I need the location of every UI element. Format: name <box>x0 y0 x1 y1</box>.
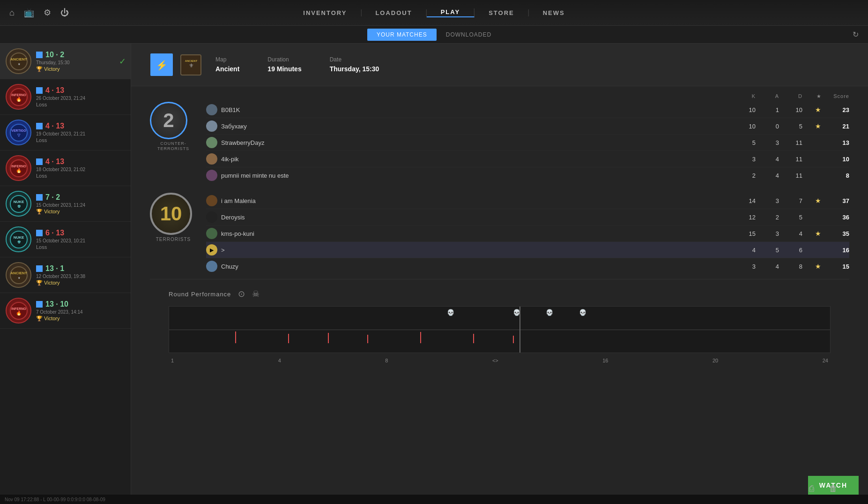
power-icon[interactable]: ⏻ <box>60 8 69 18</box>
player-name-cell: Chuzy <box>206 261 732 272</box>
player-star: ★ <box>802 262 821 271</box>
tab-downloaded[interactable]: DOWNLOADED <box>437 29 501 41</box>
player-row[interactable]: B0B1K 10 1 10 ★ 23 <box>206 102 849 118</box>
player-a: 1 <box>756 106 779 113</box>
player-k: 2 <box>732 172 756 179</box>
nav-inventory[interactable]: INVENTORY <box>289 9 361 16</box>
player-row[interactable]: Chuzy 3 4 8 ★ 15 <box>206 258 849 274</box>
player-row[interactable]: 4ik-pik 3 4 11 10 <box>206 151 849 167</box>
nav-play[interactable]: PLAY <box>427 8 475 17</box>
player-a: 5 <box>756 247 779 254</box>
svg-point-15 <box>10 231 27 248</box>
check-mark: ✓ <box>119 56 126 67</box>
match-header: ⚡ ANCIENT ⚜ Map Ancient Duration <box>131 44 868 86</box>
player-avatar <box>206 228 217 239</box>
player-a: 4 <box>756 156 779 163</box>
player-d: 11 <box>779 156 802 163</box>
match-result: Loss <box>36 137 125 143</box>
match-result: 🏆 Victory <box>36 209 125 215</box>
match-info: 4 · 13 19 October 2023, 21:21 Loss <box>36 122 125 143</box>
match-date: Thursday, 15:30 <box>36 60 125 65</box>
player-row[interactable]: StrawberryDayz 5 3 11 13 <box>206 135 849 151</box>
match-info: 7 · 2 15 October 2023, 11:24 🏆 Victory <box>36 193 125 215</box>
player-score: 15 <box>821 263 849 270</box>
t-team-label: TERRORISTS <box>150 237 197 242</box>
round-bar <box>288 334 289 343</box>
nav-store[interactable]: STORE <box>475 9 529 16</box>
refresh-icon[interactable]: ↻ <box>853 30 859 39</box>
ct-filter-icon[interactable]: ⊙ <box>238 289 245 299</box>
match-result: 🏆 Victory <box>36 280 125 286</box>
svg-text:🔥: 🔥 <box>16 167 22 173</box>
score-badge <box>36 87 43 94</box>
map-icon-inferno: INFERNO 🔥 <box>6 155 31 181</box>
player-row[interactable]: Забухаку 10 0 5 ★ 21 <box>206 118 849 135</box>
match-logo-area: ⚡ ANCIENT ⚜ <box>150 53 201 76</box>
round-perf-header: Round Performance ⊙ ☠ <box>169 289 831 299</box>
player-row-highlighted[interactable]: ▶ > 4 5 6 16 <box>206 242 849 258</box>
chart-label-8: 8 <box>385 358 388 363</box>
player-name-cell: i am Malenia <box>206 195 732 206</box>
delete-button[interactable]: 🗑 <box>829 484 838 494</box>
player-row[interactable]: Deroysis 12 2 5 36 <box>206 209 849 226</box>
player-k: 10 <box>732 106 756 113</box>
score-text: 7 · 2 <box>45 193 60 202</box>
date-label: Date <box>330 56 379 63</box>
player-k: 10 <box>732 123 756 130</box>
map-icon-nuke: NUKE ☢ <box>6 191 31 217</box>
ct-score-container: 2 COUNTER-TERRORISTS <box>150 102 197 151</box>
round-bar <box>367 335 368 343</box>
match-item[interactable]: ANCIENT ⚜ 10 · 2 Thursday, 15:30 🏆 Victo… <box>0 44 131 79</box>
player-row[interactable]: kms-po-kuni 15 3 4 ★ 35 <box>206 226 849 242</box>
svg-text:ANCIENT: ANCIENT <box>10 57 27 61</box>
match-item[interactable]: ANCIENT ⚜ 13 · 1 12 October 2023, 19:38 … <box>0 257 131 293</box>
match-item[interactable]: INFERNO 🔥 13 · 10 7 October 2023, 14:14 … <box>0 293 131 329</box>
tv-icon[interactable]: 📺 <box>24 8 34 18</box>
skull-filter-icon[interactable]: ☠ <box>252 289 260 299</box>
map-icon-nuke: NUKE ☢ <box>6 226 31 252</box>
teams-area: K A D ★ Score 2 COUNTER-TERRORISTS <box>131 86 868 380</box>
round-bar <box>473 334 474 343</box>
player-d: 5 <box>779 214 802 221</box>
t-score-circle: 10 <box>150 193 192 235</box>
player-star: ★ <box>802 229 821 238</box>
svg-text:🔥: 🔥 <box>16 96 22 102</box>
match-item[interactable]: NUKE ☢ 6 · 13 15 October 2023, 10:21 Los… <box>0 222 131 257</box>
nav-loadout[interactable]: LOADOUT <box>361 9 426 16</box>
sub-nav: YOUR MATCHES DOWNLOADED ↻ <box>0 26 868 44</box>
map-icon-vertigo: VERTIGO ▽ <box>6 120 31 145</box>
share-button[interactable]: ⎙ <box>809 484 814 494</box>
meta-duration: Duration 19 Minutes <box>267 56 301 73</box>
map-label: Map <box>215 56 239 63</box>
match-info: 13 · 1 12 October 2023, 19:38 🏆 Victory <box>36 264 125 286</box>
match-score: 4 · 13 <box>36 158 125 166</box>
tab-your-matches[interactable]: YOUR MATCHES <box>367 29 437 41</box>
player-a: 3 <box>756 230 779 237</box>
ct-score-number: 2 <box>163 111 174 130</box>
match-item[interactable]: INFERNO 🔥 4 · 13 18 October 2023, 21:02 … <box>0 150 131 186</box>
gear-icon[interactable]: ⚙ <box>44 8 51 18</box>
svg-point-0 <box>10 53 27 70</box>
svg-text:⚜: ⚜ <box>17 63 20 66</box>
match-item[interactable]: INFERNO 🔥 4 · 13 26 October 2023, 21:24 … <box>0 79 131 115</box>
col-score: Score <box>821 93 849 99</box>
svg-point-12 <box>10 196 27 212</box>
map-detail-icon: ANCIENT ⚜ <box>180 54 201 75</box>
player-row[interactable]: i am Malenia 14 3 7 ★ 37 <box>206 193 849 209</box>
nav-news[interactable]: NEWS <box>529 9 579 16</box>
svg-text:ANCIENT: ANCIENT <box>10 271 27 275</box>
player-row[interactable]: pumnii mei minte nu este 2 4 11 8 <box>206 167 849 183</box>
match-score: 6 · 13 <box>36 229 125 237</box>
home-icon[interactable]: ⌂ <box>9 8 15 18</box>
player-d: 5 <box>779 123 802 130</box>
player-star: ★ <box>802 105 821 114</box>
score-badge <box>36 301 43 308</box>
match-item[interactable]: VERTIGO ▽ 4 · 13 19 October 2023, 21:21 … <box>0 115 131 150</box>
score-badge <box>36 230 43 236</box>
player-name-cell: B0B1K <box>206 104 732 115</box>
score-badge <box>36 158 43 165</box>
player-name: Chuzy <box>221 263 238 270</box>
svg-text:⚜: ⚜ <box>188 62 193 69</box>
player-name: pumnii mei minte nu este <box>221 172 289 179</box>
match-item[interactable]: NUKE ☢ 7 · 2 15 October 2023, 11:24 🏆 Vi… <box>0 186 131 222</box>
